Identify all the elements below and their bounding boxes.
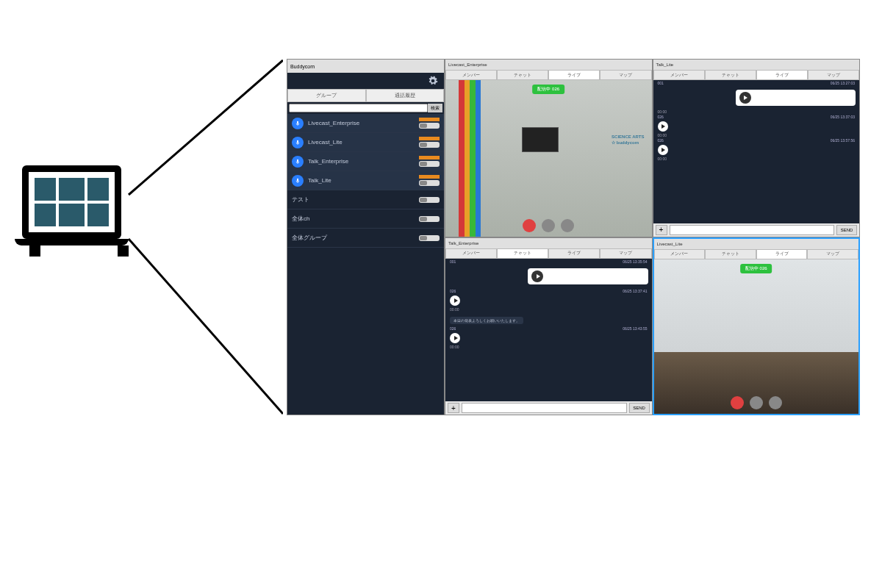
audio-meta: 02606/25 13:37:41	[445, 288, 652, 294]
tab-history[interactable]: 通話履歴	[366, 89, 445, 102]
audio-inline	[445, 333, 652, 343]
group-indicator	[419, 156, 440, 167]
tab-map[interactable]: マップ	[600, 248, 651, 259]
play-button[interactable]	[531, 270, 543, 282]
toggle[interactable]	[419, 235, 440, 241]
group-indicator	[419, 216, 440, 222]
group-item[interactable]: Livecast_Lite	[287, 133, 444, 152]
tab-chat[interactable]: チャット	[497, 248, 548, 259]
app-container: Buddycom グループ 通話履歴 検索 Livecast_Enterpris…	[287, 59, 860, 415]
tab-member[interactable]: メンバー	[445, 248, 497, 259]
search-input[interactable]	[289, 104, 428, 112]
send-button[interactable]: SEND	[629, 403, 650, 413]
message-input[interactable]	[462, 403, 627, 413]
audio-meta: 02606/25 13:57:56	[653, 137, 860, 143]
panel-grid: Livecast_Enterprise メンバー チャット ライブ マップ SC…	[445, 59, 860, 415]
add-button[interactable]: +	[448, 403, 459, 413]
tab-group[interactable]: グループ	[287, 89, 366, 102]
toggle[interactable]	[419, 142, 440, 148]
audio-meta: 02606/25 13:43:55	[445, 326, 652, 331]
stop-button[interactable]	[561, 219, 574, 232]
pause-button[interactable]	[542, 219, 555, 232]
video-controls	[523, 219, 574, 232]
chat-bubble: 本日の発表よろしくお願いいたします。	[450, 317, 523, 324]
group-item[interactable]: 全体グループ	[287, 229, 444, 248]
tab-live[interactable]: ライブ	[548, 70, 600, 80]
send-button[interactable]: SEND	[836, 225, 857, 235]
group-item[interactable]: Livecast_Enterprise	[287, 114, 444, 133]
svg-line-1	[129, 239, 283, 414]
panel-title: Livecast_Enterprise	[445, 60, 652, 70]
tab-chat[interactable]: チャット	[705, 249, 756, 259]
video-view: 配信中 026	[654, 259, 859, 415]
search-button[interactable]: 検索	[428, 104, 442, 112]
chat-list: 00106/25 13:35:5402606/25 13:37:4100:00本…	[445, 259, 652, 402]
panel-livecast-enterprise: Livecast_Enterprise メンバー チャット ライブ マップ SC…	[445, 59, 653, 237]
panel-title: Talk_Enterprise	[445, 238, 652, 248]
play-button[interactable]	[450, 333, 460, 343]
record-button[interactable]	[523, 219, 536, 232]
tab-member[interactable]: メンバー	[653, 70, 705, 80]
video-view: SCIENCE ARTS ☆ buddycom 配信中 026	[445, 80, 652, 237]
tab-map[interactable]: マップ	[807, 249, 858, 259]
audio-duration: 00:00	[445, 345, 652, 349]
tab-member[interactable]: メンバー	[445, 70, 497, 80]
tab-chat[interactable]: チャット	[705, 70, 756, 80]
status-badge: 配信中 026	[532, 85, 564, 94]
main-tabs: グループ 通話履歴	[287, 89, 444, 102]
mic-icon	[292, 118, 304, 129]
audio-card	[736, 90, 856, 106]
group-item[interactable]: 全体ch	[287, 209, 444, 229]
panel-tabs: メンバー チャット ライブ マップ	[445, 248, 652, 259]
group-item[interactable]: テスト	[287, 190, 444, 209]
wall-screen	[522, 127, 559, 152]
stop-button[interactable]	[769, 396, 782, 409]
panel-livecast-lite: Livecast_Lite メンバー チャット ライブ マップ 配信中 026	[653, 237, 861, 416]
pause-button[interactable]	[750, 396, 763, 409]
group-indicator	[419, 137, 440, 148]
panel-tabs: メンバー チャット ライブ マップ	[654, 249, 859, 259]
tab-chat[interactable]: チャット	[497, 70, 548, 80]
audio-duration: 00:00	[445, 307, 652, 312]
add-button[interactable]: +	[656, 225, 667, 235]
toggle[interactable]	[419, 216, 440, 222]
tab-live[interactable]: ライブ	[548, 248, 600, 259]
group-label: Livecast_Lite	[308, 139, 419, 146]
mic-icon	[292, 137, 304, 148]
audio-meta: 00106/25 13:27:03	[653, 80, 860, 86]
toggle[interactable]	[419, 123, 440, 129]
play-button[interactable]	[658, 145, 668, 155]
tab-live[interactable]: ライブ	[756, 70, 808, 80]
panel-talk-enterprise: Talk_Enterprise メンバー チャット ライブ マップ 00106/…	[445, 237, 653, 416]
group-label: Talk_Lite	[308, 177, 419, 184]
group-item[interactable]: Talk_Enterprise	[287, 152, 444, 171]
group-item[interactable]: Talk_Lite	[287, 171, 444, 190]
record-button[interactable]	[731, 396, 744, 409]
panel-footer: + SEND	[653, 223, 860, 237]
group-indicator	[419, 235, 440, 241]
play-button[interactable]	[658, 121, 668, 132]
gear-icon[interactable]	[428, 76, 438, 86]
tab-live[interactable]: ライブ	[756, 249, 808, 259]
group-label: Talk_Enterprise	[308, 158, 419, 165]
play-button[interactable]	[739, 92, 751, 104]
group-indicator	[419, 175, 440, 186]
main-topbar	[287, 73, 444, 89]
audio-inline	[653, 145, 860, 155]
panel-title: Livecast_Lite	[654, 239, 859, 249]
audio-meta: 02606/25 13:37:03	[653, 114, 860, 120]
group-label: Livecast_Enterprise	[308, 120, 419, 126]
status-badge: 配信中 026	[740, 264, 772, 273]
toggle[interactable]	[419, 197, 440, 203]
wall-logo: SCIENCE ARTS ☆ buddycom	[612, 135, 644, 145]
audio-meta: 00106/25 13:35:54	[445, 259, 652, 265]
tab-member[interactable]: メンバー	[654, 249, 706, 259]
toggle[interactable]	[419, 161, 440, 167]
play-button[interactable]	[450, 295, 460, 306]
tab-map[interactable]: マップ	[808, 70, 859, 80]
tab-map[interactable]: マップ	[600, 70, 651, 80]
toggle[interactable]	[419, 180, 440, 186]
svg-line-0	[129, 60, 283, 195]
message-input[interactable]	[670, 225, 835, 235]
audio-inline	[653, 121, 860, 132]
